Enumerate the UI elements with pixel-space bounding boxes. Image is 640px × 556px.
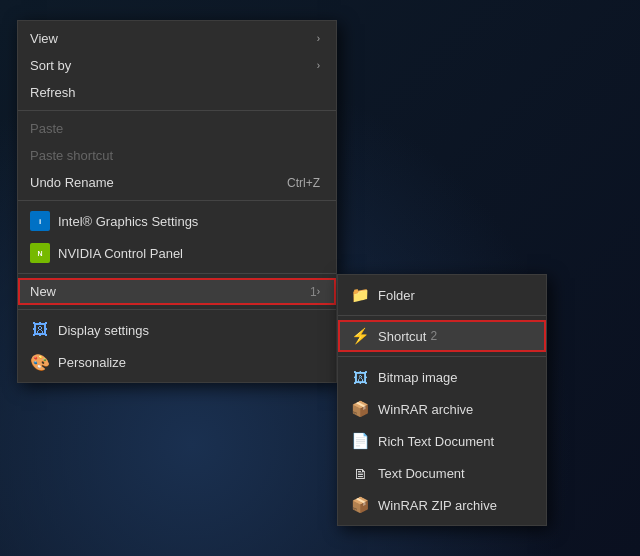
menu-item-refresh[interactable]: Refresh bbox=[18, 79, 336, 106]
menu-item-personalize[interactable]: 🎨 Personalize bbox=[18, 346, 336, 378]
folder-icon: 📁 bbox=[350, 285, 370, 305]
submenu-item-winrar-zip-label: WinRAR ZIP archive bbox=[378, 498, 497, 513]
text-document-icon: 🗎 bbox=[350, 463, 370, 483]
menu-item-paste: Paste bbox=[18, 115, 336, 142]
display-settings-icon: 🖼 bbox=[30, 320, 50, 340]
submenu-item-rich-text[interactable]: 📄 Rich Text Document bbox=[338, 425, 546, 457]
menu-item-refresh-label: Refresh bbox=[30, 85, 320, 100]
menu-item-paste-shortcut: Paste shortcut bbox=[18, 142, 336, 169]
submenu-item-shortcut[interactable]: ⚡ Shortcut 2 bbox=[338, 320, 546, 352]
bitmap-icon: 🖼 bbox=[350, 367, 370, 387]
menu-item-paste-shortcut-label: Paste shortcut bbox=[30, 148, 320, 163]
separator-2 bbox=[18, 200, 336, 201]
submenu-separator-1 bbox=[338, 315, 546, 316]
shortcut-badge: 2 bbox=[430, 329, 437, 343]
submenu-item-folder-label: Folder bbox=[378, 288, 415, 303]
chevron-right-icon: › bbox=[317, 33, 320, 44]
submenu-item-bitmap[interactable]: 🖼 Bitmap image bbox=[338, 361, 546, 393]
shortcut-icon: ⚡ bbox=[350, 326, 370, 346]
menu-item-view[interactable]: View › bbox=[18, 25, 336, 52]
menu-item-new[interactable]: New 1 › 📁 Folder ⚡ Shortcut 2 🖼 Bitmap i… bbox=[18, 278, 336, 305]
menu-item-undo-rename-label: Undo Rename bbox=[30, 175, 267, 190]
menu-item-sort-by-label: Sort by bbox=[30, 58, 317, 73]
submenu-item-rich-text-label: Rich Text Document bbox=[378, 434, 494, 449]
menu-item-view-label: View bbox=[30, 31, 317, 46]
chevron-right-icon: › bbox=[317, 286, 320, 297]
submenu-new: 📁 Folder ⚡ Shortcut 2 🖼 Bitmap image 📦 W… bbox=[337, 274, 547, 526]
menu-item-undo-rename-shortcut: Ctrl+Z bbox=[287, 176, 320, 190]
menu-item-new-label: New bbox=[30, 284, 306, 299]
context-menu: View › Sort by › Refresh Paste Paste sho… bbox=[17, 20, 337, 383]
submenu-item-winrar[interactable]: 📦 WinRAR archive bbox=[338, 393, 546, 425]
menu-item-intel-graphics[interactable]: i Intel® Graphics Settings bbox=[18, 205, 336, 237]
rich-text-icon: 📄 bbox=[350, 431, 370, 451]
menu-item-paste-label: Paste bbox=[30, 121, 320, 136]
menu-item-undo-rename[interactable]: Undo Rename Ctrl+Z bbox=[18, 169, 336, 196]
winrar-icon: 📦 bbox=[350, 399, 370, 419]
new-badge: 1 bbox=[310, 285, 317, 299]
submenu-item-winrar-zip[interactable]: 📦 WinRAR ZIP archive bbox=[338, 489, 546, 521]
separator-1 bbox=[18, 110, 336, 111]
nvidia-icon: N bbox=[30, 243, 50, 263]
separator-3 bbox=[18, 273, 336, 274]
submenu-item-shortcut-label: Shortcut bbox=[378, 329, 426, 344]
submenu-item-bitmap-label: Bitmap image bbox=[378, 370, 457, 385]
submenu-item-folder[interactable]: 📁 Folder bbox=[338, 279, 546, 311]
menu-item-personalize-label: Personalize bbox=[58, 355, 320, 370]
submenu-separator-2 bbox=[338, 356, 546, 357]
intel-graphics-icon: i bbox=[30, 211, 50, 231]
submenu-item-text-doc-label: Text Document bbox=[378, 466, 465, 481]
separator-4 bbox=[18, 309, 336, 310]
submenu-item-text-doc[interactable]: 🗎 Text Document bbox=[338, 457, 546, 489]
winrar-zip-icon: 📦 bbox=[350, 495, 370, 515]
menu-item-nvidia-panel[interactable]: N NVIDIA Control Panel bbox=[18, 237, 336, 269]
chevron-right-icon: › bbox=[317, 60, 320, 71]
personalize-icon: 🎨 bbox=[30, 352, 50, 372]
menu-item-display-settings[interactable]: 🖼 Display settings bbox=[18, 314, 336, 346]
menu-item-intel-graphics-label: Intel® Graphics Settings bbox=[58, 214, 320, 229]
menu-item-display-settings-label: Display settings bbox=[58, 323, 320, 338]
menu-item-sort-by[interactable]: Sort by › bbox=[18, 52, 336, 79]
submenu-item-winrar-label: WinRAR archive bbox=[378, 402, 473, 417]
menu-item-nvidia-panel-label: NVIDIA Control Panel bbox=[58, 246, 320, 261]
